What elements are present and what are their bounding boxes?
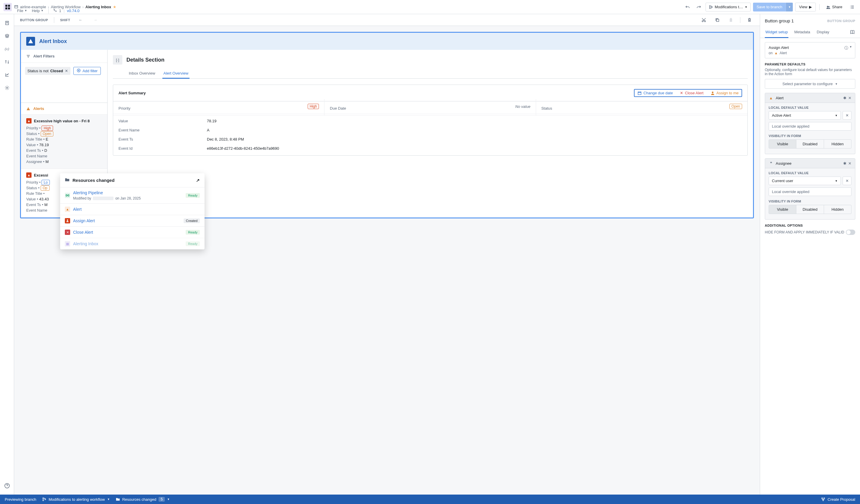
save-split-button[interactable]: ▼ bbox=[786, 3, 793, 12]
summary-row: Event Ide86eb13f-d272-40db-8241-450e4b7a… bbox=[113, 144, 747, 153]
warn-icon: ▲ bbox=[769, 96, 773, 100]
alert-summary-card: Alert Summary Change due date ✕ Close Al… bbox=[113, 85, 748, 156]
visibility-disabled[interactable]: Disabled bbox=[796, 205, 824, 214]
file-menu[interactable]: File▼ bbox=[17, 9, 27, 13]
remove-icon[interactable]: ✕ bbox=[848, 96, 851, 100]
clear-button[interactable]: ✕ bbox=[843, 111, 851, 120]
default-value-select[interactable]: Current user▼ bbox=[769, 176, 841, 185]
svg-point-8 bbox=[827, 5, 829, 7]
view-button[interactable]: View ▶ bbox=[795, 3, 816, 12]
alert-header-icon bbox=[26, 37, 35, 46]
tab-alert-overview[interactable]: Alert Overview bbox=[162, 69, 190, 79]
svg-rect-17 bbox=[716, 19, 719, 21]
action-button-group: Change due date ✕ Close Alert Assign to … bbox=[634, 89, 742, 97]
share-button[interactable]: Share bbox=[823, 3, 845, 12]
rail-page-icon[interactable] bbox=[4, 20, 10, 26]
details-title: Details Section bbox=[126, 57, 164, 63]
svg-rect-21 bbox=[638, 92, 641, 95]
plus-circle-icon bbox=[77, 68, 81, 73]
svg-point-9 bbox=[829, 6, 830, 7]
quote-icon: ❞ bbox=[769, 161, 773, 165]
svg-point-5 bbox=[710, 5, 711, 6]
svg-rect-23 bbox=[66, 195, 67, 196]
resource-item[interactable]: ▦ Alerting Inbox Ready bbox=[60, 238, 204, 249]
clear-button[interactable]: ✕ bbox=[843, 176, 851, 185]
shift-right-icon[interactable]: → bbox=[91, 16, 100, 25]
close-alert-button[interactable]: ✕ Close Alert bbox=[678, 90, 705, 96]
alert-card[interactable]: ▲ Excessive high value on - Fri 8 Priori… bbox=[21, 115, 107, 169]
rp-tab-widget-setup[interactable]: Widget setup bbox=[765, 27, 788, 38]
paste-icon[interactable] bbox=[727, 16, 735, 25]
save-to-branch-button[interactable]: Save to branch ▼ bbox=[753, 3, 793, 12]
default-value-select[interactable]: Active Alert▼ bbox=[769, 111, 841, 120]
shift-left-icon[interactable]: ← bbox=[76, 16, 85, 25]
modifications-button[interactable]: Modifications t… ▼ bbox=[705, 3, 751, 12]
left-rail: (x) bbox=[0, 14, 14, 494]
remove-icon[interactable]: ✕ bbox=[848, 161, 851, 165]
visibility-hidden[interactable]: Hidden bbox=[824, 205, 851, 214]
tab-inbox-overview[interactable]: Inbox Overview bbox=[128, 69, 157, 78]
filters-header: Alert Filters bbox=[21, 50, 107, 63]
visibility-hidden[interactable]: Hidden bbox=[824, 140, 851, 148]
rail-help-icon[interactable] bbox=[4, 483, 10, 489]
resource-item[interactable]: Alerting Pipeline Modified byon Jan 28, … bbox=[60, 187, 204, 203]
svg-point-15 bbox=[702, 20, 703, 22]
rail-settings-icon[interactable] bbox=[4, 85, 10, 91]
parameter-card-assignee: ❞ Assignee ✱ ✕ LOCAL DEFAULT VALUE Curre… bbox=[765, 158, 855, 219]
visibility-visible[interactable]: Visible bbox=[769, 205, 796, 214]
star-icon[interactable]: ★ bbox=[113, 5, 116, 9]
copy-icon[interactable] bbox=[713, 16, 722, 25]
svg-point-6 bbox=[710, 8, 711, 9]
breadcrumb-current[interactable]: Alerting Inbox bbox=[85, 5, 111, 9]
cut-icon[interactable] bbox=[699, 16, 708, 25]
rp-tab-metadata[interactable]: Metadata bbox=[794, 27, 811, 38]
rail-chart-icon[interactable] bbox=[4, 72, 10, 78]
hide-form-toggle[interactable] bbox=[846, 230, 855, 235]
required-icon[interactable]: ✱ bbox=[843, 161, 846, 165]
visibility-segmented-control: Visible Disabled Hidden bbox=[769, 140, 851, 148]
resource-item[interactable]: Assign Alert Created bbox=[60, 215, 204, 226]
expand-icon[interactable]: ↗ bbox=[196, 178, 200, 183]
svg-rect-0 bbox=[5, 5, 8, 7]
rp-book-icon[interactable] bbox=[849, 27, 855, 38]
change-due-date-button[interactable]: Change due date bbox=[636, 90, 675, 96]
resource-item[interactable]: ▲ Alert bbox=[60, 203, 204, 215]
override-input[interactable]: Local override applied bbox=[769, 122, 851, 131]
undo-icon[interactable] bbox=[683, 3, 692, 12]
select-parameter-dropdown[interactable]: Select parameter to configure ▼ bbox=[765, 79, 855, 89]
resource-item[interactable]: ✕ Close Alert Ready bbox=[60, 226, 204, 238]
visibility-disabled[interactable]: Disabled bbox=[796, 140, 824, 148]
info-icon[interactable]: ⓘ bbox=[844, 45, 848, 51]
assign-alert-card[interactable]: Assign Alert on ▲ Alert ⓘ ▼ bbox=[765, 42, 855, 58]
delete-icon[interactable] bbox=[745, 16, 754, 25]
redo-icon[interactable] bbox=[694, 3, 703, 12]
filter-remove-icon[interactable]: ✕ bbox=[65, 69, 68, 73]
override-input[interactable]: Local override applied bbox=[769, 187, 851, 196]
version-label[interactable]: v0.74.0 bbox=[67, 9, 80, 13]
svg-point-22 bbox=[712, 91, 713, 93]
rp-title: Button group 1 bbox=[765, 18, 794, 23]
svg-rect-19 bbox=[730, 18, 731, 19]
alert-icon: ▲ bbox=[26, 118, 31, 124]
svg-rect-18 bbox=[730, 18, 732, 22]
assign-to-me-button[interactable]: Assign to me bbox=[709, 90, 740, 96]
rail-variable-icon[interactable]: (x) bbox=[4, 46, 10, 52]
svg-point-10 bbox=[54, 9, 55, 10]
rail-sort-icon[interactable] bbox=[4, 59, 10, 65]
filter-chip[interactable]: Status is not Closed ✕ bbox=[25, 67, 70, 75]
rail-layers-icon[interactable] bbox=[4, 33, 10, 39]
rp-tab-display[interactable]: Display bbox=[816, 27, 830, 38]
svg-point-7 bbox=[712, 6, 713, 8]
shift-label: SHIFT bbox=[60, 18, 70, 22]
add-filter-button[interactable]: Add filter bbox=[73, 67, 101, 75]
help-menu[interactable]: Help▼ bbox=[32, 9, 44, 13]
right-panel: Button group 1 BUTTON GROUP Widget setup… bbox=[760, 14, 860, 494]
summary-row: Event TsDec 8, 2023, 8:48 PM bbox=[113, 135, 747, 144]
folder-icon bbox=[65, 177, 70, 183]
parameter-card-alert: ▲ Alert ✱ ✕ LOCAL DEFAULT VALUE Active A… bbox=[765, 93, 855, 154]
list-icon[interactable] bbox=[848, 3, 857, 12]
svg-rect-3 bbox=[8, 8, 10, 10]
close-icon: ✕ bbox=[680, 91, 683, 95]
required-icon[interactable]: ✱ bbox=[843, 96, 846, 100]
visibility-visible[interactable]: Visible bbox=[769, 140, 796, 148]
